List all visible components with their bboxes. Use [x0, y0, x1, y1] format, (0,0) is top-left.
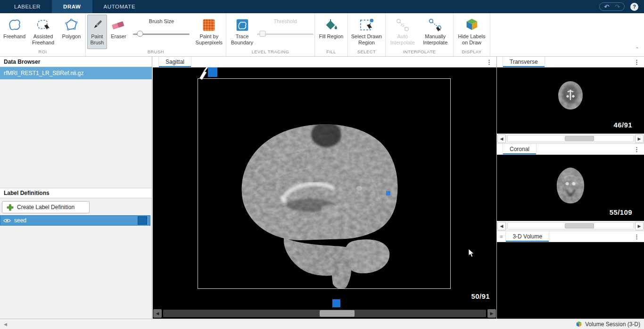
coronal-menu-dots-icon[interactable]: ⋮ — [629, 146, 644, 153]
transverse-slice-indicator: 46/91 — [613, 121, 632, 129]
fill-region-button[interactable]: Fill Region — [317, 15, 346, 49]
paint-by-superpixels-button[interactable]: Paint by Superpixels — [194, 15, 224, 49]
transverse-scrollbar-thumb[interactable] — [565, 136, 594, 141]
sagittal-scrollbar[interactable]: ◀ ▶ — [153, 308, 496, 319]
create-label-definition-label: Create Label Definition — [17, 204, 74, 211]
slice-marker-bottom[interactable] — [332, 299, 340, 307]
transverse-scrollbar-track[interactable] — [507, 135, 634, 142]
sagittal-brain-image — [213, 105, 428, 288]
paint-brush-cursor-icon — [198, 67, 210, 80]
coronal-tabbar: Coronal ⋮ — [497, 144, 644, 155]
trace-boundary-icon — [234, 17, 250, 34]
help-icon[interactable]: ? — [630, 3, 638, 11]
section-label-fill: FILL — [315, 49, 347, 56]
assisted-freehand-button[interactable]: Assisted Freehand — [28, 15, 58, 49]
coronal-scrollbar-thumb[interactable] — [565, 223, 594, 228]
select-drawn-region-icon — [359, 17, 375, 34]
scroll-right-icon[interactable]: ▶ — [635, 222, 644, 230]
transverse-brain-image — [556, 80, 585, 110]
statusbar-collapse-icon[interactable]: ◀ — [4, 322, 7, 327]
sagittal-menu-dots-icon[interactable]: ⋮ — [482, 59, 496, 66]
ribbon-section-fill: Fill Region FILL — [315, 13, 348, 56]
ribbon-collapse-icon[interactable]: ⌃ — [635, 46, 639, 52]
volume-3d-tabbar: ≡ 3-D Volume ⋮ — [497, 231, 644, 242]
section-label-level-tracing: LEVEL TRACING — [226, 49, 314, 56]
scroll-right-icon[interactable]: ▶ — [635, 135, 644, 143]
quick-access-bar: ↶ ↷ — [599, 2, 625, 11]
threshold-slider[interactable] — [257, 31, 314, 38]
transverse-menu-dots-icon[interactable]: ⋮ — [629, 59, 644, 66]
transverse-scrollbar[interactable]: ◀ ▶ — [497, 134, 644, 144]
tab-transverse[interactable]: Transverse — [503, 57, 545, 67]
auto-interpolate-button[interactable]: Auto Interpolate — [387, 15, 418, 49]
freehand-icon — [7, 17, 23, 34]
threshold-handle — [260, 31, 266, 37]
fill-region-label: Fill Region — [319, 34, 344, 40]
tab-coronal[interactable]: Coronal — [503, 144, 537, 154]
undo-icon[interactable]: ↶ — [604, 4, 609, 10]
ribbon-spacer: ⌃ — [490, 13, 644, 56]
data-browser-file-item[interactable]: rfMRI_REST1_LR_SBRef.nii.gz — [0, 67, 152, 79]
coronal-scrollbar-track[interactable] — [507, 222, 634, 229]
tab-automate[interactable]: AUTOMATE — [92, 0, 147, 13]
redo-icon[interactable]: ↷ — [615, 4, 620, 10]
section-label-select: SELECT — [348, 49, 385, 56]
paint-brush-button[interactable]: Paint Brush — [87, 15, 107, 49]
coronal-canvas[interactable]: 55/109 — [497, 155, 644, 221]
section-label-roi: ROI — [0, 49, 85, 56]
sagittal-scrollbar-thumb[interactable] — [320, 310, 355, 317]
manually-interpolate-icon — [427, 17, 443, 34]
data-browser-header: Data Browser — [0, 57, 152, 67]
coronal-scrollbar[interactable]: ◀ ▶ — [497, 221, 644, 231]
sagittal-scrollbar-track[interactable] — [163, 310, 486, 317]
manually-interpolate-button[interactable]: Manually Interpolate — [419, 15, 452, 49]
paint-by-superpixels-label: Paint by Superpixels — [195, 34, 223, 45]
auto-interpolate-label: Auto Interpolate — [388, 34, 417, 45]
scroll-left-icon[interactable]: ◀ — [497, 222, 506, 230]
sagittal-canvas[interactable]: 50/91 — [153, 67, 496, 308]
label-item-seed[interactable]: seed — [0, 215, 150, 226]
eraser-icon — [110, 17, 126, 34]
brush-size-control: Brush Size — [130, 15, 193, 49]
panel-list-icon[interactable]: ≡ — [500, 234, 503, 239]
polygon-button[interactable]: Polygon — [59, 15, 84, 49]
tab-draw[interactable]: DRAW — [52, 0, 92, 13]
scroll-left-icon[interactable]: ◀ — [497, 135, 506, 143]
assisted-freehand-icon — [35, 17, 51, 34]
superpixels-icon — [201, 17, 217, 34]
auto-interpolate-icon — [395, 17, 411, 34]
trace-boundary-button[interactable]: Trace Boundary — [228, 15, 256, 49]
freehand-button[interactable]: Freehand — [1, 15, 27, 49]
scroll-right-icon[interactable]: ▶ — [487, 309, 496, 318]
threshold-label: Threshold — [274, 18, 297, 25]
ribbon-section-brush: Paint Brush Eraser Brush Size — [86, 13, 226, 56]
tab-labeler[interactable]: LABELER — [3, 0, 52, 13]
brush-size-handle[interactable] — [137, 31, 143, 37]
ribbon-section-level-tracing: Trace Boundary Threshold LEVEL TRACING — [226, 13, 315, 56]
label-color-chip[interactable] — [138, 216, 147, 225]
sagittal-tabbar: Sagittal ⋮ — [153, 57, 496, 67]
tab-sagittal[interactable]: Sagittal — [158, 57, 191, 67]
create-label-definition-button[interactable]: Create Label Definition — [2, 201, 90, 213]
transverse-canvas[interactable]: 46/91 — [497, 67, 644, 134]
medical-image-labeler-app: LABELER DRAW AUTOMATE ↶ ↷ ? Freehand — [0, 0, 644, 329]
ribbon-section-interpolate: Auto Interpolate Manually Interpolate IN… — [386, 13, 454, 56]
scroll-left-icon[interactable]: ◀ — [153, 309, 162, 318]
paint-brush-label: Paint Brush — [89, 34, 106, 45]
ribbon-section-roi: Freehand Assisted Freehand Polygon ROI — [0, 13, 86, 56]
hide-labels-on-draw-button[interactable]: Hide Labels on Draw — [455, 15, 488, 49]
left-panel: Data Browser rfMRI_REST1_LR_SBRef.nii.gz… — [0, 57, 152, 319]
select-drawn-region-button[interactable]: Select Drawn Region — [349, 15, 384, 49]
trace-boundary-label: Trace Boundary — [229, 34, 255, 45]
toolstrip-tab-bar: LABELER DRAW AUTOMATE ↶ ↷ ? — [0, 0, 644, 13]
threshold-control: Threshold — [257, 15, 313, 49]
ribbon-section-select: Select Drawn Region SELECT — [348, 13, 386, 56]
brush-size-slider[interactable] — [133, 31, 190, 38]
eraser-button[interactable]: Eraser — [108, 15, 130, 49]
tab-transverse-label: Transverse — [510, 59, 538, 65]
volume-3d-canvas[interactable] — [497, 242, 644, 319]
eye-icon[interactable] — [3, 218, 11, 223]
volume-3d-menu-dots-icon[interactable]: ⋮ — [629, 233, 644, 240]
tab-3d-volume[interactable]: 3-D Volume — [505, 231, 549, 242]
session-label: Volume Session (3-D) — [585, 321, 640, 328]
